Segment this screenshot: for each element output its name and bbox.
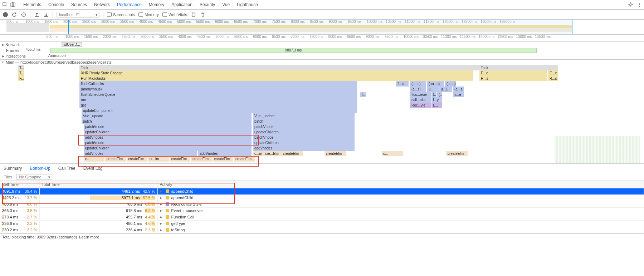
flame-r-task[interactable]: Task (479, 65, 558, 70)
flame-patch-l[interactable]: patch (82, 119, 252, 124)
flame-createelm-7[interactable]: createElm (234, 156, 255, 162)
details-tab-bottom-up[interactable]: Bottom-Up (30, 166, 50, 171)
flame-createelm-5[interactable]: createElm (191, 156, 212, 162)
flame-get[interactable]: get (79, 103, 357, 108)
flame-createelm-1[interactable]: createElm (105, 156, 126, 162)
flame-createelm-6[interactable]: createElm (213, 156, 233, 162)
target-dropdown[interactable]: localhost #1 (57, 12, 99, 18)
flame-patch-r[interactable]: patch (253, 119, 355, 124)
reload-record-icon[interactable] (11, 12, 17, 18)
trash-icon[interactable] (200, 12, 206, 18)
screenshots-checkbox[interactable]: Screenshots (107, 12, 135, 17)
flame-task-stub[interactable]: T... (18, 65, 24, 70)
flame-r-r2[interactable]: R...s (548, 76, 558, 81)
flame-vueupdate-r[interactable]: Vue._update (253, 113, 355, 119)
panel-tab-application[interactable]: Application (171, 2, 192, 7)
flame-addvnodes-r[interactable]: addVnodes (253, 146, 355, 151)
main-thread-header[interactable]: ▼Main — http://localhost:8080/reservedba… (0, 59, 644, 65)
panel-tab-security[interactable]: Security (200, 2, 215, 7)
panel-tab-elements[interactable]: Elements (23, 2, 41, 7)
flame-microtasks[interactable]: Run Microtasks (79, 76, 473, 81)
flame-createelm-r-4[interactable]: c... (382, 151, 403, 156)
flame-r-e2[interactable]: E...e (548, 70, 558, 76)
flame-r-105l[interactable]: L... (431, 103, 442, 108)
flame-r-60a2[interactable]: (a...s) (453, 87, 464, 92)
flame-r-90call[interactable]: call...oks (410, 97, 431, 103)
flame-flushcallbacks[interactable]: flushCallbacks (79, 81, 357, 87)
flame-r-90fy[interactable]: f...y (431, 97, 442, 103)
col-total-time[interactable]: Total Time (39, 181, 157, 188)
save-profile-icon[interactable] (43, 12, 49, 18)
long-frame-bar[interactable]: 9887.3 ms (50, 48, 537, 53)
flame-xhr[interactable]: XHR Ready State Change (79, 70, 473, 76)
flame-updatecomponent[interactable]: updateComponent (82, 108, 357, 113)
flame-r-a1[interactable]: (a...s) (410, 81, 426, 87)
panel-tab-console[interactable]: Console (48, 2, 64, 7)
flame-createelm-r-3[interactable]: createElm (325, 151, 346, 156)
flame-createelm-2[interactable]: createElm (127, 156, 147, 162)
grouping-dropdown[interactable]: No Grouping (16, 174, 52, 180)
flame-updatechildren-l[interactable]: updateChildren (84, 129, 252, 135)
flame-updatechildren-r2[interactable]: updateChildren (253, 140, 355, 146)
panel-tab-sources[interactable]: Sources (71, 2, 87, 7)
overview-selection[interactable] (68, 20, 572, 34)
more-icon[interactable]: ⋮ (637, 2, 642, 8)
flame-patchvnode-l[interactable]: patchVnode (84, 124, 252, 129)
interactions-track[interactable]: ▶Interactions Animation (0, 53, 644, 59)
clear-icon[interactable] (21, 12, 26, 18)
frame-settings-icon[interactable] (191, 12, 196, 18)
flame-r-75p1[interactable]: (...) (431, 92, 436, 97)
flame-createelm-3[interactable]: cr...lm (148, 156, 169, 162)
bu-row[interactable]: 278.4 ms2.7 %455.7 ms4.4 %▶Function Call (0, 214, 644, 220)
flame-addvnodes-l2[interactable]: addVnodes (84, 151, 197, 156)
frames-track[interactable]: Frames 455.3 ms 9887.3 ms (0, 48, 644, 53)
memory-checkbox[interactable]: Memory (138, 12, 159, 17)
details-tab-call-tree[interactable]: Call Tree (58, 166, 75, 171)
flame-createelm-r-5[interactable]: createElm (446, 151, 468, 156)
record-button[interactable] (3, 12, 8, 17)
learn-more-link[interactable]: Learn more (79, 235, 99, 239)
flame-vueupdate-l[interactable]: Vue._update (82, 113, 252, 119)
flame-r-60u[interactable]: u... (427, 87, 439, 92)
flame-fc-stub[interactable]: F... (18, 76, 24, 81)
flame-r-60a[interactable]: (a...s) (410, 87, 426, 92)
panel-tab-memory[interactable]: Memory (149, 2, 164, 7)
flame-xhr-stub[interactable]: T... (18, 70, 24, 76)
bu-row[interactable]: 236.6 ms2.3 %480.1 ms4.6 %▶getType (0, 220, 644, 227)
flame-run[interactable]: run (79, 97, 357, 103)
flame-addvnodes-l3[interactable]: addVnodes (198, 151, 252, 156)
overview-strip[interactable]: 500 ms1000 ms1500 ms2000 ms2500 ms3000 m… (0, 20, 644, 35)
flame-r-105rec[interactable]: Rec...yle (410, 103, 431, 108)
flame-addvnodes-l[interactable]: addVnodes (84, 135, 252, 140)
details-tab-event-log[interactable]: Event Log (83, 166, 103, 171)
flame-r-75f[interactable]: f... (360, 92, 366, 97)
flame-createelm-4[interactable]: createElm (170, 156, 190, 162)
bu-row[interactable]: 230.2 ms2.2 %236.4 ms2.3 %▶toString (0, 227, 644, 233)
panel-tab-network[interactable]: Network (94, 2, 110, 7)
col-self-time[interactable]: Self Time (0, 181, 39, 188)
details-tab-summary[interactable]: Summary (4, 166, 22, 171)
flame-updatechildren-r[interactable]: updateChildren (253, 129, 355, 135)
panel-tab-vue[interactable]: Vue (222, 2, 230, 7)
flame-r-75p2[interactable]: (... (437, 92, 442, 97)
webvitals-checkbox[interactable]: Web Vitals (162, 12, 187, 17)
flame-createelm-r-2[interactable]: createElm (282, 151, 303, 156)
flame-r-fl[interactable]: fl...s (396, 81, 409, 87)
panel-tab-lighthouse[interactable]: Lighthouse (237, 2, 258, 7)
flame-updatechildren-l2[interactable]: updateChildren (84, 146, 252, 151)
bu-row[interactable]: 4091.9 ms39.4 %4461.2 ms42.9 %▶appendChi… (0, 188, 644, 194)
flame-r-75flus[interactable]: flus...ieue (410, 92, 431, 97)
bu-row[interactable]: 366.0 ms3.5 %918.8 ms8.8 %▶Event: mouseo… (0, 207, 644, 214)
flame-anonymous[interactable]: (anonymous) (79, 87, 357, 92)
panel-tab-performance[interactable]: Performance (117, 2, 142, 7)
flame-createelm-0[interactable]: c... (84, 156, 104, 162)
flame-r-r[interactable]: R...s (479, 76, 547, 81)
flame-r-60u1[interactable]: u...1 (439, 87, 452, 92)
flame-r-75fi[interactable]: fi...e (453, 92, 464, 97)
flame-graph[interactable]: T...T...F...TaskXHR Ready State ChangeRu… (0, 65, 644, 164)
load-profile-icon[interactable] (34, 12, 40, 18)
flame-r-e[interactable]: E...e (479, 70, 547, 76)
bu-row[interactable]: 1423.2 ms13.7 %5977.1 ms57.5 %▶appendChi… (0, 194, 644, 201)
settings-gear-icon[interactable] (628, 2, 633, 8)
flame-r-a3[interactable]: (a...s) (445, 81, 456, 87)
